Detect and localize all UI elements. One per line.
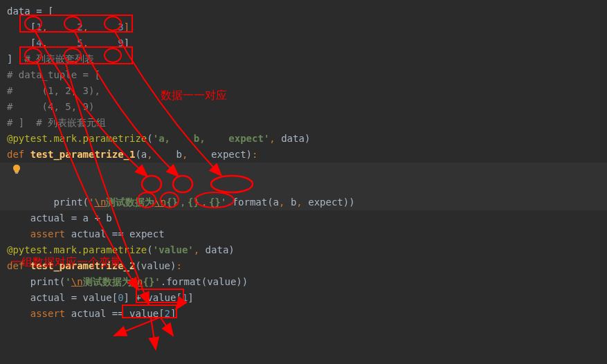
code-line-highlighted[interactable]: print('\n测试数据为\n{}，{}，{}'.format(a, b, e…	[0, 163, 607, 210]
code-line[interactable]: def test_parametrize_1(a, b, expect):	[0, 147, 607, 163]
code-line[interactable]: # (1, 2, 3),	[0, 83, 607, 99]
code-line[interactable]: ] # 列表嵌套列表	[0, 51, 607, 67]
code-line[interactable]: def test_parametrize_2(value):	[0, 258, 607, 274]
code-line[interactable]: [1, 2, 3],	[0, 19, 607, 35]
code-line[interactable]: # data_tuple = [	[0, 67, 607, 83]
bulb-icon	[12, 165, 21, 174]
code-line[interactable]: actual = a + b	[0, 210, 607, 226]
code-line[interactable]: assert actual == expect	[0, 226, 607, 242]
code-text: data = [	[7, 6, 53, 17]
code-line[interactable]: [4, 5, 9]	[0, 35, 607, 51]
code-editor[interactable]: data = [ [1, 2, 3], [4, 5, 9] ] # 列表嵌套列表…	[0, 0, 607, 325]
code-line[interactable]: # ] # 列表嵌套元组	[0, 115, 607, 131]
code-line[interactable]: print('\n测试数据为\n{}'.format(value))	[0, 274, 607, 290]
code-line[interactable]: assert actual == value[2]	[0, 306, 607, 322]
code-line[interactable]: actual = value[0] + value[1]	[0, 290, 607, 306]
code-line[interactable]: @pytest.mark.parametrize('a, b, expect',…	[0, 131, 607, 147]
code-line[interactable]: data = [	[0, 3, 607, 19]
code-line[interactable]: # (4, 5, 9)	[0, 99, 607, 115]
svg-rect-0	[15, 172, 18, 174]
code-line[interactable]: @pytest.mark.parametrize('value', data)	[0, 242, 607, 258]
